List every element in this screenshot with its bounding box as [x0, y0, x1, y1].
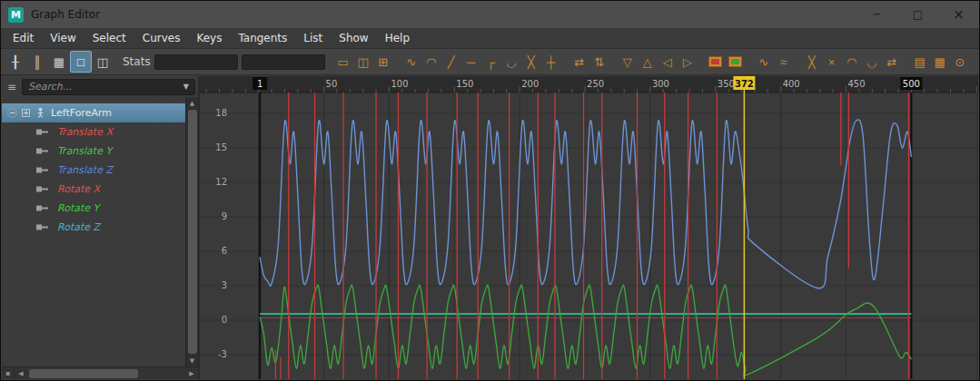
linear-tangents-icon[interactable]: ╱ — [441, 52, 461, 72]
title-bar[interactable]: M Graph Editor ─ □ × — [1, 1, 979, 28]
minimize-icon[interactable]: ─ — [856, 1, 897, 28]
unify-tangents-icon[interactable]: ⇅ — [589, 52, 609, 72]
tree-item-rotate-y[interactable]: Rotate Y — [2, 199, 185, 218]
svg-text:300: 300 — [652, 79, 669, 89]
tree-item-rotate-x[interactable]: Rotate X — [2, 180, 185, 199]
menu-show[interactable]: Show — [331, 28, 376, 49]
post-infinity-cycle-icon[interactable]: ≈ — [774, 52, 794, 72]
region-select-tool-icon[interactable]: □ — [70, 51, 92, 73]
horizontal-scroll-track[interactable] — [27, 367, 185, 380]
channel-label: Translate X — [57, 126, 113, 138]
svg-text:-3: -3 — [218, 349, 227, 359]
lattice-deform-keys-tool-icon[interactable]: ▦ — [48, 51, 70, 73]
menu-bar: EditViewSelectCurvesKeysTangentsListShow… — [1, 28, 979, 49]
buffer-curve-snapshot-icon[interactable] — [706, 52, 726, 72]
range-start-chip[interactable]: 1 — [252, 77, 267, 90]
object-label: LeftForeArm — [51, 107, 112, 119]
plateau-tangents-icon[interactable]: ◡ — [501, 52, 521, 72]
tree-item-leftforearm[interactable]: −+LeftForeArm — [2, 103, 185, 122]
pre-infinity-cycle-icon[interactable]: ∿ — [754, 52, 774, 72]
menu-keys[interactable]: Keys — [188, 28, 230, 49]
window-title: Graph Editor — [31, 8, 100, 21]
spline-tangents-icon[interactable]: ∿ — [401, 52, 421, 72]
flat-tangents-icon[interactable]: ─ — [461, 52, 481, 72]
vertical-scroll-thumb[interactable] — [188, 110, 197, 354]
bake-channel-icon[interactable]: ◠ — [842, 52, 862, 72]
scroll-down-icon[interactable]: ▼ — [186, 355, 199, 366]
menu-help[interactable]: Help — [377, 28, 418, 49]
channel-outliner-panel: ≡ Search... ▼ −+LeftForeArmTranslate XTr… — [2, 76, 200, 379]
break-tangents-icon[interactable]: ⇄ — [569, 52, 589, 72]
svg-text:12: 12 — [215, 177, 227, 187]
tangent-weight-tools: ▽△◁▷ — [618, 52, 698, 72]
search-placeholder: Search... — [28, 81, 183, 93]
center-current-time-icon[interactable]: ⊞ — [373, 52, 393, 72]
svg-text:350: 350 — [718, 79, 735, 89]
tangent-type-tools: ∿◠╱─┌◡╳┼ — [401, 52, 561, 72]
in-tangent-icon[interactable]: ◁ — [658, 52, 678, 72]
range-end-chip[interactable]: 500 — [900, 77, 922, 90]
euler-filter-icon[interactable]: × — [822, 52, 842, 72]
tree-item-translate-z[interactable]: Translate Z — [2, 161, 185, 180]
graph-canvas[interactable]: 1815129630-35010015020025030035040045015… — [200, 76, 978, 379]
menu-list[interactable]: List — [295, 28, 331, 49]
channel-curve-icon — [35, 185, 49, 193]
out-tangent-icon[interactable]: ▷ — [678, 52, 698, 72]
channel-label: Rotate X — [57, 183, 100, 195]
current-frame-chip[interactable]: 372 — [733, 76, 755, 90]
move-nearest-picked-key-tool-icon[interactable]: ╂ — [5, 51, 26, 73]
blue-curve — [260, 120, 911, 288]
maximize-icon[interactable]: □ — [897, 1, 938, 28]
menu-select[interactable]: Select — [84, 28, 134, 49]
simplify-curve-icon[interactable]: ⇄ — [882, 52, 902, 72]
chevron-down-icon[interactable]: ▼ — [183, 83, 189, 91]
break-connection-icon[interactable]: ╳ — [802, 52, 822, 72]
scroll-right-icon[interactable]: ▶ — [185, 367, 198, 379]
horizontal-scrollbar[interactable]: ▪ ◀ ▶ — [2, 366, 198, 379]
svg-text:450: 450 — [848, 79, 866, 89]
curve-edit-tools: ╳×◠◡⇄ — [802, 52, 902, 72]
menu-edit[interactable]: Edit — [5, 28, 42, 49]
dope-sheet-icon[interactable]: ▤ — [910, 52, 930, 72]
collapse-icon[interactable]: − — [7, 108, 17, 118]
swap-buffer-curve-icon[interactable] — [726, 52, 746, 72]
tangent-modify-tools: ⇄⇅ — [569, 52, 609, 72]
search-input[interactable]: Search... ▼ — [22, 79, 195, 95]
frame-playback-range-icon[interactable]: ◫ — [353, 52, 373, 72]
insert-keys-tool-icon[interactable]: ║ — [26, 51, 48, 73]
auto-tangents-icon[interactable]: ╳ — [521, 52, 541, 72]
tree-item-rotate-z[interactable]: Rotate Z — [2, 218, 185, 237]
channel-label: Rotate Z — [57, 221, 100, 233]
menu-view[interactable]: View — [42, 28, 84, 49]
frame-tools: ▭◫⊞ — [333, 52, 393, 72]
channel-label: Translate Z — [57, 164, 113, 176]
frame-all-icon[interactable]: ▭ — [333, 52, 353, 72]
tree-item-translate-x[interactable]: Translate X — [2, 122, 185, 142]
graph-grid-icon[interactable]: ▦ — [930, 52, 950, 72]
infinity-tools: ∿≈ — [754, 52, 794, 72]
fixed-tangents-icon[interactable]: ┼ — [541, 52, 561, 72]
stats-value-field[interactable] — [242, 54, 325, 70]
toolbar: ╂║▦□◫ Stats ▭◫⊞∿◠╱─┌◡╳┼⇄⇅▽△◁▷∿≈╳×◠◡⇄▤▦⊙ — [1, 49, 979, 75]
close-icon[interactable]: × — [938, 1, 979, 28]
clamped-tangents-icon[interactable]: ◠ — [421, 52, 441, 72]
vertical-scrollbar[interactable]: ▲ ▼ — [185, 97, 198, 366]
buffer-curve-tools — [706, 52, 746, 72]
lock-tangent-weight-icon[interactable]: △ — [638, 52, 658, 72]
menu-curves[interactable]: Curves — [134, 28, 189, 49]
scroll-left-icon[interactable]: ◀ — [15, 367, 27, 379]
filter-menu-icon[interactable]: ≡ — [5, 80, 19, 94]
retime-tool-icon[interactable]: ◫ — [92, 51, 114, 73]
channel-curve-icon — [35, 147, 49, 155]
svg-text:400: 400 — [783, 79, 800, 89]
step-tangents-icon[interactable]: ┌ — [481, 52, 501, 72]
horizontal-scroll-thumb[interactable] — [29, 369, 138, 378]
time-editor-clock-icon[interactable]: ⊙ — [950, 52, 970, 72]
free-tangent-weight-icon[interactable]: ▽ — [618, 52, 638, 72]
menu-tangents[interactable]: Tangents — [230, 28, 295, 49]
scroll-up-icon[interactable]: ▲ — [186, 97, 199, 109]
smooth-curve-icon[interactable]: ◡ — [862, 52, 882, 72]
stats-time-field[interactable] — [154, 54, 238, 70]
tree-item-translate-y[interactable]: Translate Y — [2, 142, 185, 161]
expand-all-icon[interactable]: + — [22, 109, 30, 117]
